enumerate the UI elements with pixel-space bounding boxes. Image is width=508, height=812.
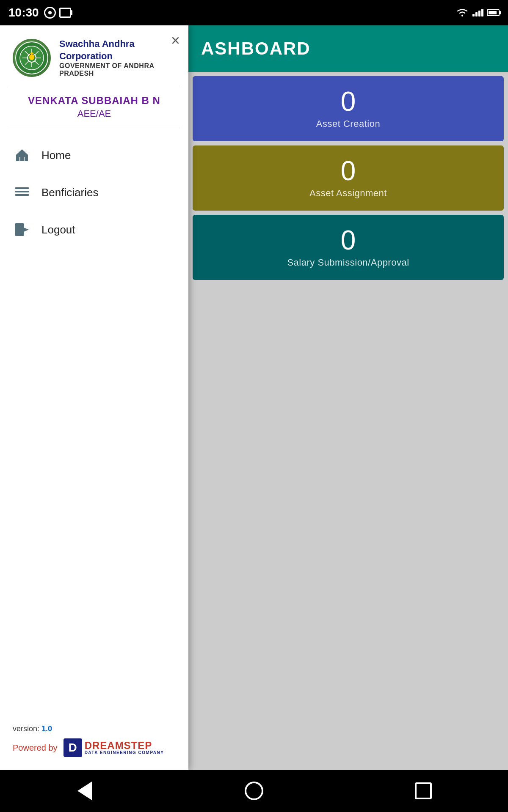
list-icon [13,183,31,202]
user-section: VENKATA SUBBAIAH B N AEE/AE [0,86,188,128]
status-bar-left: 10:30 [8,6,71,19]
svg-rect-18 [20,157,24,161]
salary-submission-card[interactable]: 0 Salary Submission/Approval [193,215,504,280]
org-subname: GOVERNMENT OF ANDHRA PRADESH [59,62,176,77]
salary-submission-label: Salary Submission/Approval [287,257,409,268]
powered-by-row: Powered by D DREAMSTEP DATA ENGINEERING … [13,738,176,757]
status-time: 10:30 [8,6,39,19]
svg-point-16 [30,53,31,55]
notification-icon [44,7,56,19]
version-number: 1.0 [41,724,52,733]
back-button[interactable] [72,778,97,804]
user-role: AEE/AE [13,108,176,119]
svg-rect-20 [15,191,29,192]
logout-icon [13,220,31,239]
salary-submission-value: 0 [341,227,356,254]
dreamstep-logo: D DREAMSTEP DATA ENGINEERING COMPANY [64,738,164,757]
org-logo [13,39,51,77]
nav-item-logout[interactable]: Logout [0,211,188,248]
nav-item-home[interactable]: Home [0,137,188,174]
dashboard-cards: 0 Asset Creation 0 Asset Assignment 0 Sa… [188,72,508,284]
dreamstep-d-icon: D [64,738,82,757]
nav-menu: Home Benficiaries [0,128,188,716]
back-icon [77,782,92,800]
dreamstep-brand: DREAMSTEP [85,741,164,751]
svg-point-1 [461,15,463,16]
drawer-footer: version: 1.0 Powered by D DREAMSTEP DATA… [0,716,188,770]
main-content: × [0,25,508,770]
nav-beneficiaries-label: Benficiaries [41,186,98,199]
home-icon [13,146,31,165]
home-nav-icon [245,782,263,800]
asset-assignment-card[interactable]: 0 Asset Assignment [193,145,504,211]
org-name: Swachha Andhra Corporation [59,38,176,62]
version-label: version: [13,724,39,733]
asset-assignment-value: 0 [341,157,356,184]
asset-creation-label: Asset Creation [316,118,380,129]
signal-icon [472,9,483,16]
status-icons-right [456,8,500,18]
recents-button[interactable] [411,778,436,804]
svg-rect-22 [17,187,19,189]
dashboard-title: ASHBOARD [201,38,311,59]
svg-point-0 [48,11,52,14]
dreamstep-text: DREAMSTEP DATA ENGINEERING COMPANY [85,741,164,755]
recents-icon [415,782,432,799]
asset-assignment-label: Asset Assignment [309,188,387,199]
battery-icon [487,9,500,16]
dreamstep-subtext: DATA ENGINEERING COMPANY [85,751,164,755]
user-name: VENKATA SUBBAIAH B N [13,95,176,107]
svg-point-17 [33,53,34,55]
nav-bar [0,770,508,812]
status-icons-left [44,7,71,19]
home-button[interactable] [241,778,267,804]
dashboard-header: ASHBOARD [188,25,508,72]
close-button[interactable]: × [171,33,180,48]
wifi-icon [456,8,469,18]
nav-logout-label: Logout [41,223,75,236]
nav-item-beneficiaries[interactable]: Benficiaries [0,174,188,211]
version-text: version: 1.0 [13,724,176,733]
dashboard-area: ASHBOARD 0 Asset Creation 0 Asset Assign… [188,25,508,770]
asset-creation-card[interactable]: 0 Asset Creation [193,76,504,141]
asset-creation-value: 0 [341,88,356,115]
status-bar: 10:30 [0,0,508,25]
sim-icon [59,8,71,18]
side-drawer: × [0,25,188,770]
powered-by-label: Powered by [13,743,58,753]
drawer-header: Swachha Andhra Corporation GOVERNMENT OF… [0,25,188,86]
nav-home-label: Home [41,149,71,162]
svg-rect-21 [15,194,29,196]
org-info: Swachha Andhra Corporation GOVERNMENT OF… [59,38,176,77]
